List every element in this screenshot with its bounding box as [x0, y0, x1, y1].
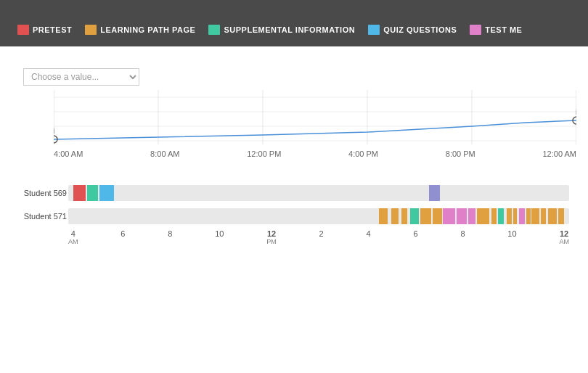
gantt-segment [519, 208, 525, 224]
gantt-segment [433, 208, 441, 224]
header: PRETESTLEARNING PATH PAGESUPPLEMENTAL IN… [0, 0, 588, 46]
gantt-x-axis: 4AM681012PM24681012AM [68, 229, 569, 245]
svg-text:i: i [576, 108, 576, 116]
legend-item-quiz-questions: QUIZ QUESTIONS [368, 25, 457, 35]
time-labels-row: 4:00 AM8:00 AM12:00 PM4:00 PM8:00 PM12:0… [54, 149, 576, 158]
time-label: 12:00 PM [247, 149, 281, 158]
legend-color [208, 25, 220, 35]
gantt-segment [513, 208, 518, 224]
gantt-x-sublabel: PM [266, 238, 277, 245]
gantt-x-label: 4 [367, 229, 371, 238]
gantt-segment [491, 208, 497, 224]
gantt-section: Student 569Student 5714AM681012PM2468101… [17, 183, 571, 245]
gantt-segment [391, 208, 399, 224]
line-chart-svg: i i [54, 90, 576, 148]
gantt-segment [443, 208, 455, 224]
gantt-x-label: 8 [460, 229, 465, 238]
gantt-x-label: 4 [71, 229, 75, 238]
legend-item-supplemental-information: SUPPLEMENTAL INFORMATION [208, 25, 355, 35]
gantt-x-label: 12 [560, 229, 568, 238]
gantt-segment [410, 208, 419, 224]
gantt-row: Student 571 [68, 206, 569, 226]
line-chart-container: i i 4:00 AM8:00 AM12:00 PM4:00 PM8:00 PM… [54, 90, 571, 158]
gantt-x-label: 2 [319, 229, 324, 238]
gantt-bar-background [68, 185, 569, 201]
gantt-container: Student 569Student 5714AM681012PM2468101… [68, 183, 569, 245]
gantt-x-label-group: 4 [367, 229, 371, 245]
gantt-segment [531, 208, 539, 224]
gantt-segment [548, 208, 557, 224]
gantt-segment [99, 185, 115, 201]
gantt-segment [477, 208, 489, 224]
legend-label: QUIZ QUESTIONS [383, 25, 457, 34]
legend-label: PRETEST [33, 25, 72, 34]
gantt-x-label-group: 2 [319, 229, 324, 245]
gantt-x-sublabel: AM [559, 238, 569, 245]
student-select[interactable]: Choose a value... [23, 68, 139, 86]
legend-item-pretest: PRETEST [17, 25, 72, 35]
gantt-segment [87, 185, 98, 201]
gantt-x-label: 8 [168, 229, 172, 238]
gantt-segment [558, 208, 564, 224]
gantt-x-label-group: 12PM [266, 229, 277, 245]
time-label: 4:00 AM [54, 149, 83, 158]
time-label: 8:00 AM [150, 149, 179, 158]
gantt-segment [401, 208, 407, 224]
gantt-segment [468, 208, 475, 224]
gantt-x-label-group: 12AM [559, 229, 569, 245]
legend-label: SUPPLEMENTAL INFORMATION [224, 25, 355, 34]
gantt-segment [457, 208, 467, 224]
gantt-student-label: Student 569 [17, 189, 67, 197]
gantt-x-label-group: 10 [215, 229, 224, 245]
gantt-row: Student 569 [68, 183, 569, 203]
gantt-segment [420, 208, 431, 224]
gantt-x-sublabel: AM [68, 238, 78, 245]
gantt-x-label: 10 [215, 229, 224, 238]
gantt-segment [429, 185, 440, 201]
gantt-x-label-group: 8 [460, 229, 465, 245]
student-selector-row: Choose a value... [17, 68, 571, 86]
gantt-segment [541, 208, 546, 224]
gantt-bar-background [68, 208, 569, 224]
legend-color [470, 25, 481, 35]
legend-item-learning-path-page: LEARNING PATH PAGE [85, 25, 195, 35]
time-label: 8:00 PM [446, 149, 475, 158]
gantt-x-label-group: 6 [413, 229, 417, 245]
gantt-x-label: 10 [507, 229, 516, 238]
gantt-segment [73, 185, 86, 201]
legend-label: TEST ME [485, 25, 522, 34]
legend: PRETESTLEARNING PATH PAGESUPPLEMENTAL IN… [17, 25, 571, 35]
legend-color [368, 25, 380, 35]
legend-color [17, 25, 29, 35]
main-content: Choose a value... [0, 46, 588, 260]
gantt-student-label: Student 571 [17, 212, 67, 221]
gantt-x-label-group: 8 [168, 229, 172, 245]
gantt-x-label: 6 [121, 229, 125, 238]
svg-text:i: i [54, 127, 54, 135]
gantt-x-label: 12 [267, 229, 276, 238]
legend-label: LEARNING PATH PAGE [100, 25, 195, 34]
legend-color [85, 25, 97, 35]
gantt-x-label-group: 4AM [68, 229, 78, 245]
timeline-section: Choose a value... [17, 61, 571, 165]
time-label: 4:00 PM [348, 149, 378, 158]
legend-item-test-me: TEST ME [470, 25, 522, 35]
gantt-segment [526, 208, 531, 224]
gantt-segment [507, 208, 512, 224]
gantt-x-label-group: 6 [121, 229, 125, 245]
gantt-x-label: 6 [413, 229, 417, 238]
gantt-segment [498, 208, 504, 224]
gantt-x-label-group: 10 [507, 229, 516, 245]
gantt-segment [379, 208, 388, 224]
time-label: 12:00 AM [543, 149, 576, 158]
